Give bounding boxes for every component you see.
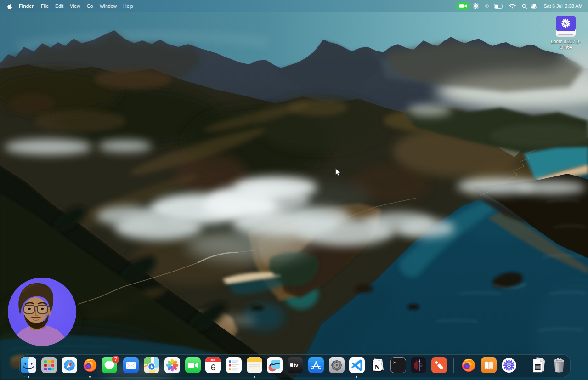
svg-text:>_: >_ bbox=[393, 360, 398, 365]
svg-text:7: 7 bbox=[114, 357, 117, 362]
svg-text:N: N bbox=[375, 363, 380, 371]
svg-text:tv: tv bbox=[294, 363, 298, 368]
svg-text:6: 6 bbox=[211, 363, 216, 372]
svg-text:JUL: JUL bbox=[210, 358, 216, 362]
